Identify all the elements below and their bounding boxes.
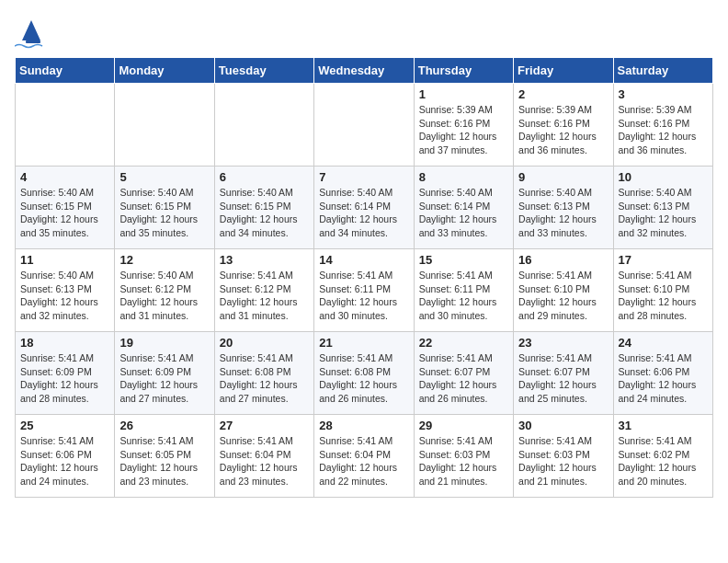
day-info: Sunrise: 5:40 AM Sunset: 6:15 PM Dayligh…	[119, 186, 209, 240]
calendar-cell: 26Sunrise: 5:41 AM Sunset: 6:05 PM Dayli…	[115, 415, 214, 498]
day-number: 1	[419, 87, 508, 101]
day-number: 29	[419, 419, 508, 432]
calendar-cell: 12Sunrise: 5:40 AM Sunset: 6:12 PM Dayli…	[115, 249, 214, 332]
day-info: Sunrise: 5:39 AM Sunset: 6:16 PM Dayligh…	[419, 103, 508, 157]
weekday-header-tuesday: Tuesday	[214, 58, 313, 84]
day-info: Sunrise: 5:41 AM Sunset: 6:04 PM Dayligh…	[319, 434, 408, 488]
calendar-cell: 22Sunrise: 5:41 AM Sunset: 6:07 PM Dayli…	[414, 332, 513, 415]
day-info: Sunrise: 5:41 AM Sunset: 6:03 PM Dayligh…	[518, 434, 608, 488]
calendar-cell: 18Sunrise: 5:41 AM Sunset: 6:09 PM Dayli…	[16, 332, 115, 415]
day-info: Sunrise: 5:41 AM Sunset: 6:10 PM Dayligh…	[518, 269, 608, 323]
day-info: Sunrise: 5:41 AM Sunset: 6:08 PM Dayligh…	[220, 351, 309, 406]
calendar-cell: 4Sunrise: 5:40 AM Sunset: 6:15 PM Daylig…	[16, 167, 115, 249]
day-info: Sunrise: 5:40 AM Sunset: 6:14 PM Dayligh…	[419, 186, 508, 240]
calendar-cell: 14Sunrise: 5:41 AM Sunset: 6:11 PM Dayli…	[314, 249, 414, 332]
day-info: Sunrise: 5:39 AM Sunset: 6:16 PM Dayligh…	[619, 103, 708, 157]
day-info: Sunrise: 5:41 AM Sunset: 6:07 PM Dayligh…	[518, 351, 608, 406]
day-info: Sunrise: 5:41 AM Sunset: 6:11 PM Dayligh…	[419, 269, 508, 323]
calendar-cell: 11Sunrise: 5:40 AM Sunset: 6:13 PM Dayli…	[16, 249, 115, 332]
calendar-cell: 30Sunrise: 5:41 AM Sunset: 6:03 PM Dayli…	[514, 415, 613, 498]
logo	[15, 15, 88, 50]
day-info: Sunrise: 5:41 AM Sunset: 6:06 PM Dayligh…	[20, 434, 109, 488]
page-header	[15, 15, 713, 50]
day-info: Sunrise: 5:41 AM Sunset: 6:04 PM Dayligh…	[220, 434, 309, 488]
calendar-cell: 7Sunrise: 5:40 AM Sunset: 6:14 PM Daylig…	[314, 167, 414, 249]
day-info: Sunrise: 5:41 AM Sunset: 6:09 PM Dayligh…	[20, 351, 109, 406]
calendar-cell: 9Sunrise: 5:40 AM Sunset: 6:13 PM Daylig…	[514, 167, 613, 249]
calendar-week-row: 11Sunrise: 5:40 AM Sunset: 6:13 PM Dayli…	[16, 249, 713, 332]
calendar-cell: 13Sunrise: 5:41 AM Sunset: 6:12 PM Dayli…	[214, 249, 313, 332]
weekday-header-wednesday: Wednesday	[314, 58, 414, 84]
calendar-cell: 20Sunrise: 5:41 AM Sunset: 6:08 PM Dayli…	[214, 332, 313, 415]
calendar-cell: 16Sunrise: 5:41 AM Sunset: 6:10 PM Dayli…	[514, 249, 613, 332]
day-number: 31	[619, 419, 708, 432]
calendar-cell: 21Sunrise: 5:41 AM Sunset: 6:08 PM Dayli…	[314, 332, 414, 415]
day-number: 16	[518, 253, 608, 267]
calendar-cell: 3Sunrise: 5:39 AM Sunset: 6:16 PM Daylig…	[613, 84, 712, 167]
day-info: Sunrise: 5:40 AM Sunset: 6:14 PM Dayligh…	[319, 186, 408, 240]
calendar-body: 1Sunrise: 5:39 AM Sunset: 6:16 PM Daylig…	[16, 84, 713, 498]
calendar-cell: 28Sunrise: 5:41 AM Sunset: 6:04 PM Dayli…	[314, 415, 414, 498]
logo-svg	[15, 15, 88, 50]
calendar-cell: 10Sunrise: 5:40 AM Sunset: 6:13 PM Dayli…	[613, 167, 712, 249]
calendar-header: SundayMondayTuesdayWednesdayThursdayFrid…	[16, 58, 713, 84]
calendar-cell: 6Sunrise: 5:40 AM Sunset: 6:15 PM Daylig…	[214, 167, 313, 249]
calendar-cell: 24Sunrise: 5:41 AM Sunset: 6:06 PM Dayli…	[613, 332, 712, 415]
day-info: Sunrise: 5:41 AM Sunset: 6:03 PM Dayligh…	[419, 434, 508, 488]
day-number: 26	[119, 419, 209, 432]
day-info: Sunrise: 5:41 AM Sunset: 6:07 PM Dayligh…	[419, 351, 508, 406]
day-info: Sunrise: 5:41 AM Sunset: 6:12 PM Dayligh…	[220, 269, 309, 323]
calendar-week-row: 25Sunrise: 5:41 AM Sunset: 6:06 PM Dayli…	[16, 415, 713, 498]
day-info: Sunrise: 5:39 AM Sunset: 6:16 PM Dayligh…	[518, 103, 608, 157]
day-number: 12	[119, 253, 209, 267]
calendar-table: SundayMondayTuesdayWednesdayThursdayFrid…	[15, 57, 713, 498]
day-number: 15	[419, 253, 508, 267]
day-number: 22	[419, 336, 508, 350]
day-info: Sunrise: 5:41 AM Sunset: 6:05 PM Dayligh…	[119, 434, 209, 488]
weekday-header-saturday: Saturday	[613, 58, 712, 84]
calendar-cell: 2Sunrise: 5:39 AM Sunset: 6:16 PM Daylig…	[514, 84, 613, 167]
calendar-cell: 17Sunrise: 5:41 AM Sunset: 6:10 PM Dayli…	[613, 249, 712, 332]
day-number: 4	[20, 170, 109, 184]
calendar-cell: 25Sunrise: 5:41 AM Sunset: 6:06 PM Dayli…	[16, 415, 115, 498]
calendar-cell: 15Sunrise: 5:41 AM Sunset: 6:11 PM Dayli…	[414, 249, 513, 332]
day-number: 6	[220, 170, 309, 184]
weekday-header-row: SundayMondayTuesdayWednesdayThursdayFrid…	[16, 58, 713, 84]
calendar-cell: 23Sunrise: 5:41 AM Sunset: 6:07 PM Dayli…	[514, 332, 613, 415]
day-info: Sunrise: 5:41 AM Sunset: 6:10 PM Dayligh…	[619, 269, 708, 323]
day-number: 9	[518, 170, 608, 184]
day-number: 19	[119, 336, 209, 350]
calendar-week-row: 18Sunrise: 5:41 AM Sunset: 6:09 PM Dayli…	[16, 332, 713, 415]
day-number: 17	[619, 253, 708, 267]
day-number: 7	[319, 170, 408, 184]
day-number: 10	[619, 170, 708, 184]
calendar-cell: 5Sunrise: 5:40 AM Sunset: 6:15 PM Daylig…	[115, 167, 214, 249]
weekday-header-thursday: Thursday	[414, 58, 513, 84]
day-number: 21	[319, 336, 408, 350]
day-number: 8	[419, 170, 508, 184]
calendar-cell	[214, 84, 313, 167]
day-number: 25	[20, 419, 109, 432]
day-number: 3	[619, 87, 708, 101]
day-number: 30	[518, 419, 608, 432]
day-number: 5	[119, 170, 209, 184]
calendar-cell: 31Sunrise: 5:41 AM Sunset: 6:02 PM Dayli…	[613, 415, 712, 498]
day-number: 2	[518, 87, 608, 101]
day-number: 13	[220, 253, 309, 267]
day-info: Sunrise: 5:41 AM Sunset: 6:11 PM Dayligh…	[319, 269, 408, 323]
day-info: Sunrise: 5:41 AM Sunset: 6:06 PM Dayligh…	[619, 351, 708, 406]
weekday-header-monday: Monday	[115, 58, 214, 84]
day-info: Sunrise: 5:41 AM Sunset: 6:02 PM Dayligh…	[619, 434, 708, 488]
day-number: 20	[220, 336, 309, 350]
calendar-cell	[16, 84, 115, 167]
day-number: 27	[220, 419, 309, 432]
day-number: 11	[20, 253, 109, 267]
svg-marker-0	[22, 20, 40, 40]
day-info: Sunrise: 5:40 AM Sunset: 6:15 PM Dayligh…	[220, 186, 309, 240]
day-info: Sunrise: 5:40 AM Sunset: 6:13 PM Dayligh…	[518, 186, 608, 240]
calendar-cell	[314, 84, 414, 167]
day-info: Sunrise: 5:40 AM Sunset: 6:15 PM Dayligh…	[20, 186, 109, 240]
day-info: Sunrise: 5:40 AM Sunset: 6:12 PM Dayligh…	[119, 269, 209, 323]
day-info: Sunrise: 5:41 AM Sunset: 6:08 PM Dayligh…	[319, 351, 408, 406]
svg-rect-1	[26, 40, 40, 43]
